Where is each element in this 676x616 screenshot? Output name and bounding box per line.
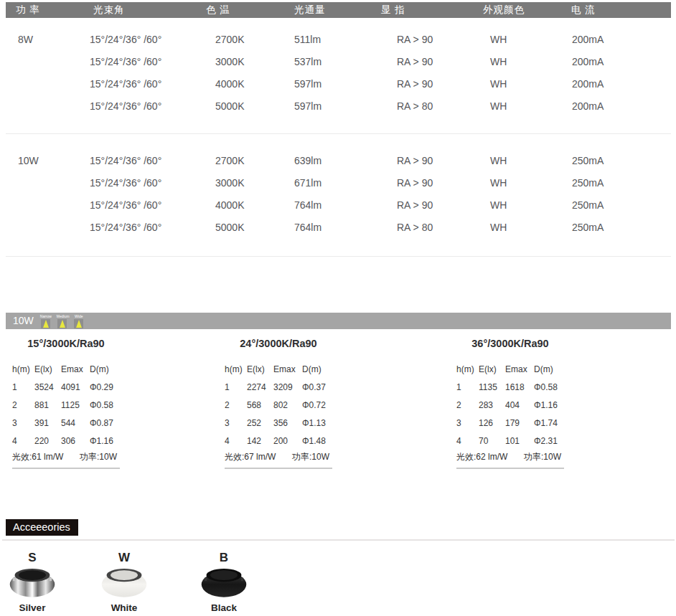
finish-value: WH (473, 95, 561, 118)
cri-value: RA > 80 (371, 95, 473, 118)
cell: Φ0.29 (90, 377, 120, 395)
cell: 802 (273, 395, 302, 413)
efficacy-label: 光效:61 lm/W (12, 451, 63, 463)
cell: 4 (225, 431, 247, 449)
cri-value: RA > 90 (371, 150, 473, 172)
cell: 2274 (247, 377, 273, 395)
col-header: Emax (61, 364, 90, 377)
cell: 142 (247, 431, 273, 449)
cell: Φ0.37 (302, 377, 332, 395)
spec-table-header: 功 率 光束角 色 温 光通量 显 指 外观颜色 电 流 (6, 2, 671, 18)
current-value: 250mA (561, 172, 671, 194)
cell: 2 (12, 395, 34, 413)
col-header: D(m) (302, 364, 332, 377)
col-header: h(m) (12, 364, 34, 377)
cell: 179 (505, 413, 534, 431)
cell: 4 (12, 431, 34, 449)
cell: 544 (61, 413, 90, 431)
table-row: 8W 15°/24°/36° /60° 2700K 511lm RA > 90 … (6, 29, 671, 51)
section-divider (6, 256, 671, 257)
accessories-items: S Silver W (0, 551, 676, 613)
cell: 3524 (34, 377, 61, 395)
cell: 1135 (479, 377, 505, 395)
table-row: 15°/24°/36° /60° 5000K 764lm RA > 80 WH … (6, 217, 671, 239)
medium-beam-icon: Medium (57, 314, 68, 328)
cell: 391 (34, 413, 61, 431)
current-value: 200mA (561, 95, 671, 118)
cell: 1 (225, 377, 247, 395)
photometric-band: 10W Narrow Medium Wide (6, 313, 671, 329)
table-row: 15°/24°/36° /60° 3000K 537lm RA > 90 WH … (6, 51, 671, 73)
accessories-divider (2, 539, 675, 541)
current-value: 250mA (561, 150, 671, 172)
flux-value: 671lm (284, 172, 371, 194)
flux-value: 639lm (284, 150, 371, 172)
cell: Φ1.13 (302, 413, 332, 431)
table-row: 15°/24°/36° /60° 4000K 597lm RA > 90 WH … (6, 73, 671, 95)
table-row: 10W 15°/24°/36° /60° 2700K 639lm RA > 90… (6, 150, 671, 172)
white-ring-image (100, 566, 149, 600)
cell: 3 (456, 413, 479, 431)
col-header: D(m) (534, 364, 564, 377)
beam-value: 15°/24°/36° /60° (83, 172, 196, 194)
table-title: 15°/3000K/Ra90 (12, 338, 120, 349)
cell: 568 (247, 395, 273, 413)
spec-group-10w: 10W 15°/24°/36° /60° 2700K 639lm RA > 90… (0, 150, 676, 239)
finish-value: WH (473, 51, 561, 73)
spec-group-8w: 8W 15°/24°/36° /60° 2700K 511lm RA > 90 … (0, 29, 676, 118)
cell: 101 (505, 431, 534, 449)
power-label: 功率:10W (524, 451, 561, 463)
cct-value: 2700K (196, 29, 284, 51)
col-header: Emax (273, 364, 302, 377)
cell: 2 (456, 395, 479, 413)
table-title: 24°/3000K/Ra90 (225, 338, 332, 349)
cell: 252 (247, 413, 273, 431)
cell: 1 (456, 377, 479, 395)
cell: 1125 (61, 395, 90, 413)
band-power-label: 10W (6, 313, 40, 329)
cell: 3209 (273, 377, 302, 395)
col-header: h(m) (225, 364, 247, 377)
cell: 3 (12, 413, 34, 431)
cell: Φ0.72 (302, 395, 332, 413)
wide-beam-icon: Wide (73, 314, 85, 328)
beam-value: 15°/24°/36° /60° (83, 29, 196, 51)
power-value: 10W (6, 150, 83, 172)
cri-value: RA > 90 (371, 194, 473, 217)
section-divider (6, 133, 671, 134)
flux-value: 764lm (284, 194, 371, 217)
accessory-silver: S Silver (2, 551, 62, 613)
current-value: 250mA (561, 194, 671, 217)
col-header: Emax (505, 364, 534, 377)
beam-value: 15°/24°/36° /60° (83, 194, 196, 217)
col-header-cct: 色 温 (196, 2, 284, 18)
accessories-title: Acceeeories (6, 519, 78, 536)
cell: Φ0.58 (90, 395, 120, 413)
table-row: 15°/24°/36° /60° 3000K 671lm RA > 90 WH … (6, 172, 671, 194)
cell: 4091 (61, 377, 90, 395)
cell: 126 (479, 413, 505, 431)
cell: 70 (479, 431, 505, 449)
beam-icon-label: Narrow (40, 314, 52, 318)
cri-value: RA > 90 (371, 51, 473, 73)
flux-value: 764lm (284, 217, 371, 239)
cell: Φ2.31 (534, 431, 564, 449)
col-header: D(m) (90, 364, 120, 377)
cri-value: RA > 90 (371, 172, 473, 194)
cell: Φ0.58 (534, 377, 564, 395)
cell: Φ1.74 (534, 413, 564, 431)
accessory-code: B (194, 551, 254, 564)
col-header-beam-angle: 光束角 (83, 2, 196, 18)
accessory-white: W White (94, 551, 154, 613)
col-header-flux: 光通量 (284, 2, 371, 18)
cri-value: RA > 80 (371, 217, 473, 239)
narrow-beam-icon: Narrow (40, 314, 52, 328)
cell: Φ1.48 (302, 431, 332, 449)
beam-value: 15°/24°/36° /60° (83, 73, 196, 95)
cct-value: 2700K (196, 150, 284, 172)
silver-ring-image (8, 566, 57, 600)
power-label: 功率:10W (80, 451, 117, 463)
cell: 2 (225, 395, 247, 413)
finish-value: WH (473, 150, 561, 172)
col-header: h(m) (456, 364, 479, 377)
